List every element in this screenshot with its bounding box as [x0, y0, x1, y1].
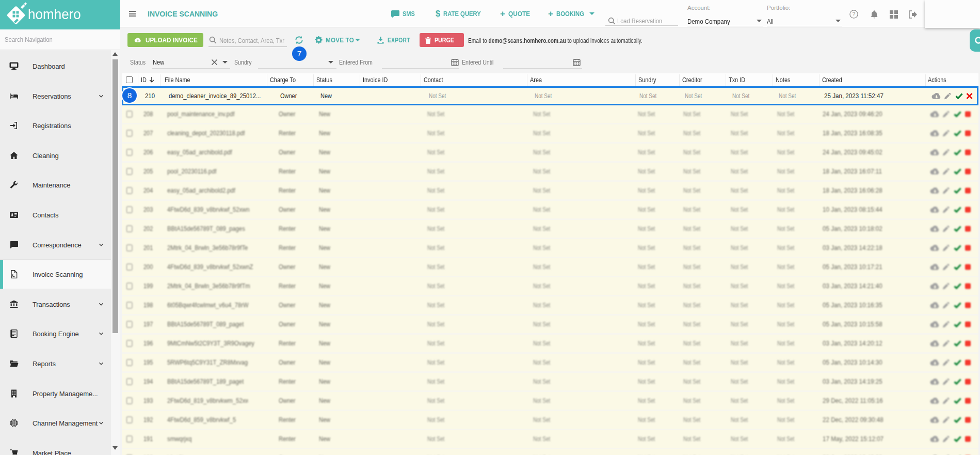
svg-text:?: ?	[853, 11, 856, 17]
